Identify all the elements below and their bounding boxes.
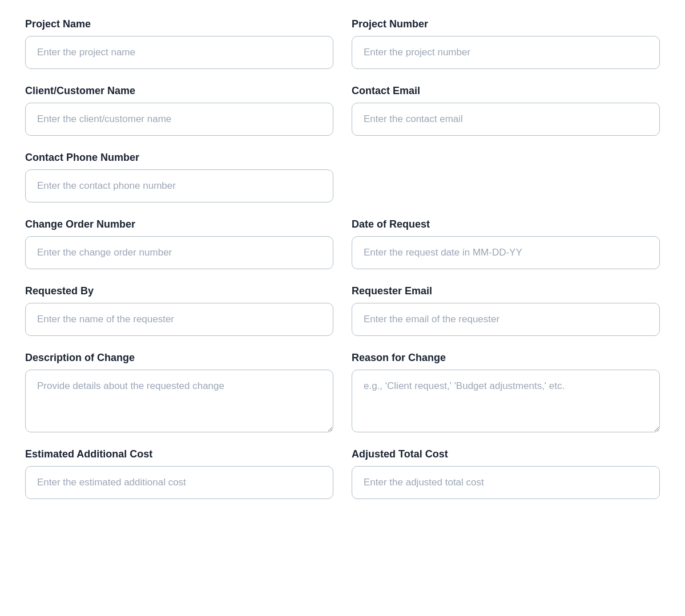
- change-order-number-label: Change Order Number: [25, 218, 333, 230]
- adjusted-total-cost-group: Adjusted Total Cost: [352, 448, 660, 499]
- requested-by-label: Requested By: [25, 285, 333, 297]
- project-name-label: Project Name: [25, 18, 333, 30]
- contact-phone-group: Contact Phone Number: [25, 152, 333, 202]
- date-of-request-input[interactable]: [352, 236, 660, 269]
- client-name-label: Client/Customer Name: [25, 85, 333, 97]
- change-order-number-input[interactable]: [25, 236, 333, 269]
- project-number-input[interactable]: [352, 36, 660, 69]
- contact-email-label: Contact Email: [352, 85, 660, 97]
- project-name-input[interactable]: [25, 36, 333, 69]
- description-of-change-group: Description of Change: [25, 352, 333, 432]
- project-number-label: Project Number: [352, 18, 660, 30]
- description-of-change-label: Description of Change: [25, 352, 333, 364]
- contact-email-group: Contact Email: [352, 85, 660, 136]
- contact-phone-label: Contact Phone Number: [25, 152, 333, 164]
- description-of-change-input[interactable]: [25, 370, 333, 432]
- client-name-group: Client/Customer Name: [25, 85, 333, 136]
- requester-email-label: Requester Email: [352, 285, 660, 297]
- form-container: Project Name Project Number Client/Custo…: [25, 18, 660, 515]
- date-of-request-group: Date of Request: [352, 218, 660, 269]
- reason-for-change-input[interactable]: [352, 370, 660, 432]
- adjusted-total-cost-input[interactable]: [352, 466, 660, 499]
- requester-email-input[interactable]: [352, 303, 660, 336]
- reason-for-change-label: Reason for Change: [352, 352, 660, 364]
- project-number-group: Project Number: [352, 18, 660, 69]
- requested-by-input[interactable]: [25, 303, 333, 336]
- estimated-additional-cost-label: Estimated Additional Cost: [25, 448, 333, 460]
- project-name-group: Project Name: [25, 18, 333, 69]
- estimated-additional-cost-group: Estimated Additional Cost: [25, 448, 333, 499]
- estimated-additional-cost-input[interactable]: [25, 466, 333, 499]
- adjusted-total-cost-label: Adjusted Total Cost: [352, 448, 660, 460]
- contact-email-input[interactable]: [352, 103, 660, 136]
- change-order-number-group: Change Order Number: [25, 218, 333, 269]
- requester-email-group: Requester Email: [352, 285, 660, 336]
- reason-for-change-group: Reason for Change: [352, 352, 660, 432]
- client-name-input[interactable]: [25, 103, 333, 136]
- date-of-request-label: Date of Request: [352, 218, 660, 230]
- contact-phone-input[interactable]: [25, 169, 333, 202]
- requested-by-group: Requested By: [25, 285, 333, 336]
